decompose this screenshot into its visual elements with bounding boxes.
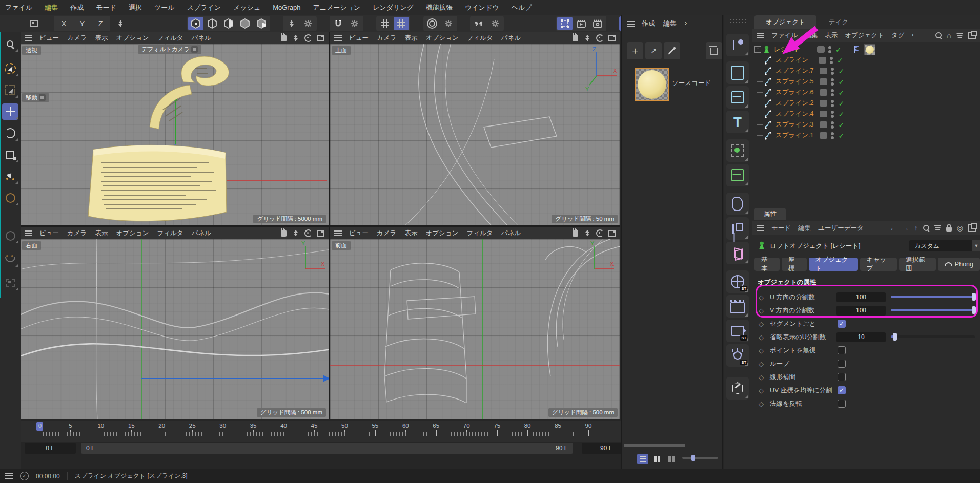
preset-dropdown[interactable]: カスタム▼ <box>909 240 980 251</box>
object-name[interactable]: レシート <box>774 45 811 54</box>
camera-toggle-icon[interactable] <box>191 46 198 53</box>
timeline-tick-65[interactable]: 65 <box>433 423 439 429</box>
checkbox-ループ[interactable] <box>838 360 846 368</box>
visibility-dots-icon[interactable] <box>831 111 834 118</box>
timeline-ruler[interactable]: 051015202530354045505560657075808590 <box>21 421 638 442</box>
object-menu-›[interactable]: › <box>912 31 914 40</box>
visibility-dots-icon[interactable] <box>830 57 833 64</box>
menubar-item-MoGraph[interactable]: MoGraph <box>273 4 300 11</box>
slider-track[interactable] <box>891 309 975 311</box>
filter-icon[interactable] <box>956 33 963 38</box>
layer-toggle-icon[interactable] <box>820 111 827 117</box>
viewport-pan-hand-button[interactable] <box>279 34 288 42</box>
keyframe-diamond-icon[interactable]: ◇ <box>759 360 764 368</box>
viewport-menu-ビュー[interactable]: ビュー <box>349 229 369 238</box>
layer-toggle-icon[interactable] <box>820 121 827 128</box>
attribute-tab-オブジェクト[interactable]: オブジェクト <box>809 258 858 271</box>
target-icon[interactable]: ◎ <box>957 224 963 232</box>
layer-toggle-icon[interactable] <box>820 89 827 96</box>
attribute-menu-モード[interactable]: モード <box>771 224 791 233</box>
object-menu-編集[interactable]: 編集 <box>805 31 818 40</box>
menu-icon[interactable] <box>627 21 635 27</box>
menubar-item-作成[interactable]: 作成 <box>70 3 84 12</box>
render-dot[interactable] <box>828 50 831 53</box>
scale-tool-button[interactable] <box>2 146 18 163</box>
viewport-zoom-view-button[interactable] <box>583 34 591 42</box>
viewport-menu-カメラ[interactable]: カメラ <box>67 34 87 43</box>
axis-lock-Y-button[interactable]: Y <box>73 17 91 30</box>
value-field[interactable]: 100 <box>836 292 886 302</box>
viewport-menu-ビュー[interactable]: ビュー <box>349 34 369 43</box>
visibility-dots-icon[interactable] <box>831 89 834 96</box>
axis-lock-X-button[interactable]: X <box>55 17 72 30</box>
layer-toggle-icon[interactable] <box>820 78 827 85</box>
viewport-menu-フィルタ[interactable]: フィルタ <box>466 229 493 238</box>
viewport-pan-hand-button[interactable] <box>571 229 579 237</box>
timeline-tick-25[interactable]: 25 <box>189 423 196 429</box>
pick-material-button[interactable] <box>664 42 680 59</box>
polygon-mode-button[interactable] <box>237 17 253 30</box>
viewport-menu-オプション[interactable]: オプション <box>116 34 149 43</box>
timeline-tick-0[interactable]: 0 <box>38 423 42 429</box>
material-hex-pen-button[interactable] <box>726 377 749 400</box>
object-name[interactable]: スプライン <box>775 56 812 65</box>
timeline-tick-60[interactable]: 60 <box>402 423 409 429</box>
list-view-button[interactable] <box>637 454 648 464</box>
viewport-maximize-view-button[interactable] <box>608 229 616 237</box>
rotate-tool-button[interactable] <box>2 125 18 141</box>
deformer-blob-button[interactable] <box>726 193 749 215</box>
viewport-menu-ビュー[interactable]: ビュー <box>39 34 59 43</box>
axis-lock-Z-button[interactable]: Z <box>92 17 109 30</box>
keyframe-diamond-icon[interactable]: ◇ <box>759 293 764 301</box>
forward-arrow-icon[interactable]: → <box>902 224 909 232</box>
viewport-front[interactable]: ビューカメラ表示オプションフィルタパネル <box>330 227 620 419</box>
timeline-tick-75[interactable]: 75 <box>494 423 500 429</box>
slider-track[interactable] <box>891 335 975 338</box>
render-view-button[interactable] <box>574 17 589 30</box>
timeline-tick-40[interactable]: 40 <box>280 423 287 429</box>
editor-dot[interactable] <box>831 132 834 135</box>
material-name[interactable]: ソースコード <box>672 79 711 88</box>
viewport-rotate-view-button[interactable] <box>596 229 604 237</box>
menubar-item-ウインドウ[interactable]: ウインドウ <box>465 3 499 12</box>
viewport-menu-カメラ[interactable]: カメラ <box>377 34 396 43</box>
point-mode-button[interactable] <box>205 17 220 30</box>
filter-icon[interactable] <box>934 225 941 231</box>
checkbox-ポイントを無視[interactable] <box>838 346 846 354</box>
visibility-dots-icon[interactable] <box>831 132 834 139</box>
ring-tool-button[interactable] <box>2 190 18 206</box>
object-row-スプライン.3[interactable]: スプライン.3✓ <box>752 119 980 130</box>
dock-grip[interactable] <box>729 18 747 23</box>
modeling-settings-button[interactable] <box>441 17 456 30</box>
timeline-tick-80[interactable]: 80 <box>524 423 531 429</box>
object-row-スプライン.7[interactable]: スプライン.7✓ <box>752 66 980 76</box>
material-menu-編集[interactable]: 編集 <box>663 19 677 28</box>
menu-icon[interactable] <box>334 230 342 236</box>
viewport-rotate-view-button[interactable] <box>304 34 312 42</box>
visibility-dots-icon[interactable] <box>831 68 834 75</box>
viewport-rotate-view-button[interactable] <box>304 229 312 237</box>
object-name[interactable]: スプライン.7 <box>775 67 813 75</box>
editor-dot[interactable] <box>831 68 834 71</box>
object-row-スプライン.4[interactable]: スプライン.4✓ <box>752 109 980 119</box>
editor-dot[interactable] <box>831 78 834 81</box>
material-scrollbar[interactable] <box>624 444 685 447</box>
checkbox-セグメントごと[interactable]: ✓ <box>838 320 846 328</box>
menu-icon[interactable] <box>757 33 764 38</box>
object-name[interactable]: スプライン.2 <box>775 99 813 108</box>
search-icon[interactable] <box>923 225 929 231</box>
workplane-lock-button[interactable] <box>113 17 128 30</box>
keyframe-diamond-icon[interactable]: ◇ <box>759 320 764 328</box>
object-menu-表示[interactable]: 表示 <box>825 31 838 40</box>
object-name[interactable]: スプライン.1 <box>775 131 813 140</box>
menu-icon[interactable] <box>5 473 13 479</box>
enabled-check-icon[interactable]: ✓ <box>838 89 844 97</box>
slider-knob[interactable] <box>972 306 976 314</box>
layer-toggle-icon[interactable] <box>817 46 825 53</box>
timeline-tick-55[interactable]: 55 <box>372 423 378 429</box>
editor-dot[interactable] <box>831 121 834 124</box>
timeline-range-slider[interactable]: 0 F 90 F <box>81 443 573 454</box>
viewport-perspective[interactable]: ビューカメラ表示オプションフィルタパネル <box>21 32 329 225</box>
viewport-canvas[interactable]: Y X 前面 グリッド間隔 : 500 mm <box>330 239 620 419</box>
viewport-menu-パネル[interactable]: パネル <box>192 34 211 43</box>
